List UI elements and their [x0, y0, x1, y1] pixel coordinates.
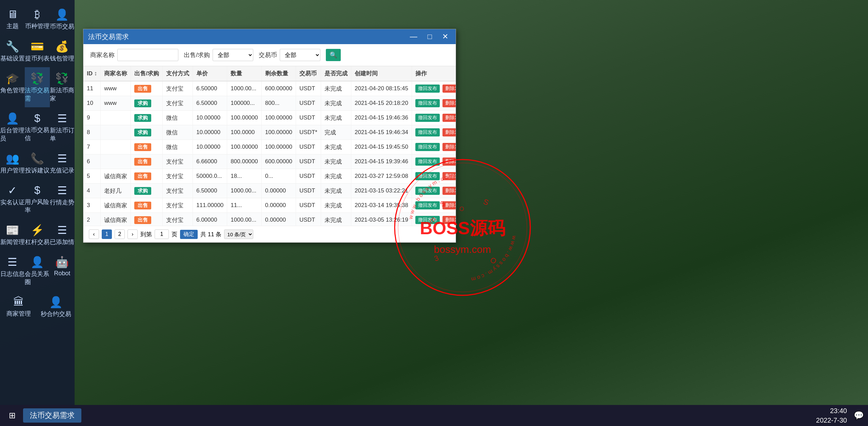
sidebar-item-xinwen[interactable]: 📰 新闻管理	[0, 219, 25, 251]
cell-merchant: 老好几	[101, 184, 131, 198]
sidebar-item-xinfabishangjia[interactable]: 💱 新法币商家	[50, 67, 75, 107]
total-count: 共 11 条	[200, 230, 221, 238]
sidebar-item-yonghu[interactable]: 👥 用户管理	[0, 147, 25, 179]
cell-remaining: 0.00000	[261, 198, 296, 213]
page-confirm-button[interactable]: 确定	[180, 230, 198, 239]
sidebar-item-qianbao[interactable]: 💰 钱包管理	[50, 35, 75, 67]
window-controls: — □ ✕	[407, 32, 451, 41]
page-size-select[interactable]: 10 条/页 20 条/页 50 条/页	[224, 229, 253, 239]
merchant-input[interactable]	[117, 49, 178, 61]
sidebar-item-robot[interactable]: 🤖 Robot	[50, 251, 75, 291]
sidebar-item-chongzhi[interactable]: ☰ 充值记录	[50, 147, 75, 179]
delete-button[interactable]: 删除发布	[442, 172, 456, 180]
sidebar-item-zhuti[interactable]: 🖥 主题	[0, 3, 25, 35]
cell-created: 2021-03-15 03:22:21	[351, 184, 412, 198]
cell-completed: 未完成	[321, 140, 351, 154]
sidebar-item-tousu[interactable]: 📞 投诉建议	[25, 147, 50, 179]
cell-actions: 撤回发布 删除发布 打勾下架 ›	[412, 81, 456, 96]
next-page-button[interactable]: ›	[127, 229, 138, 239]
sidebar-item-fabijiaoyixu[interactable]: 💱 法币交易需	[25, 67, 50, 107]
sidebar-item-shangjia[interactable]: 🏛 商家管理	[0, 291, 37, 323]
recall-button[interactable]: 撤回发布	[415, 143, 440, 151]
sidebar-item-huiyuan[interactable]: 👤 会员关系圈	[25, 251, 50, 291]
delete-button[interactable]: 删除发布	[442, 187, 456, 195]
page-unit: 页	[172, 230, 177, 238]
sidebar-item-miaoheyue[interactable]: 👤 秒合约交易	[37, 291, 75, 323]
delete-button[interactable]: 删除发布	[442, 114, 456, 122]
cell-type: 出售	[131, 81, 163, 96]
recall-button[interactable]: 撤回发布	[415, 172, 440, 180]
cell-payment: 微信	[162, 125, 193, 140]
minimize-button[interactable]: —	[407, 32, 420, 41]
cell-id: 9	[83, 111, 101, 125]
cell-actions: 撤回发布 删除发布 打勾下架 ›	[412, 198, 456, 213]
sidebar-item-yitianjia[interactable]: ☰ 已添加情	[50, 219, 75, 251]
cell-remaining: 600.00000	[261, 154, 296, 169]
search-button[interactable]: 🔍	[326, 49, 341, 61]
new-merchant-icon: 💱	[55, 72, 69, 85]
sidebar-item-rizhi[interactable]: ☰ 日志信息	[0, 251, 25, 291]
sidebar-item-bizhong[interactable]: ₿ 币种管理	[25, 3, 50, 35]
sidebar-item-hangqing[interactable]: ☰ 行情走势	[50, 179, 75, 219]
recall-button[interactable]: 撤回发布	[415, 201, 440, 209]
sidebar-label-tibilbiao: 提币列表	[25, 54, 50, 62]
cell-id: 8	[83, 125, 101, 140]
cell-id: 11	[83, 81, 101, 96]
sidebar-item-xinfabidingdan[interactable]: ☰ 新法币订单	[50, 107, 75, 147]
sidebar-item-ganggan[interactable]: ⚡ 杠杆交易	[25, 219, 50, 251]
sidebar-label-houtai: 后台管理员	[0, 126, 25, 143]
recharge-icon: ☰	[57, 152, 67, 165]
sidebar-item-tibilbiao[interactable]: 💳 提币列表	[25, 35, 50, 67]
cell-remaining: 100.00000	[261, 111, 296, 125]
member-icon: 👤	[31, 256, 44, 268]
sidebar-item-juese[interactable]: 🎓 角色管理	[0, 67, 25, 107]
pagination: ‹ 1 2 › 到第 页 确定 共 11 条 10 条/页 20 条/页 50 …	[83, 226, 456, 242]
sidebar-item-shiming[interactable]: ✓ 实名认证	[0, 179, 25, 219]
card-icon: 💳	[31, 40, 44, 53]
delete-button[interactable]: 删除发布	[442, 216, 456, 224]
cell-completed: 未完成	[321, 154, 351, 169]
delete-button[interactable]: 删除发布	[442, 201, 456, 209]
col-remaining: 剩余数量	[261, 66, 296, 81]
delete-button[interactable]: 删除发布	[442, 143, 456, 151]
close-button[interactable]: ✕	[439, 32, 451, 41]
cell-merchant	[101, 111, 131, 125]
page-goto-input[interactable]	[155, 229, 169, 239]
cell-created: 2021-03-05 13:26:19	[351, 213, 412, 226]
prev-page-button[interactable]: ‹	[89, 229, 99, 239]
recall-button[interactable]: 撤回发布	[415, 187, 440, 195]
start-button[interactable]: ⊞	[4, 407, 20, 424]
cell-completed: 完成	[321, 125, 351, 140]
currency-select[interactable]: 全部 USDT BTC	[280, 49, 320, 61]
page-2-button[interactable]: 2	[115, 229, 125, 239]
cell-qty: 1000.00...	[227, 213, 261, 226]
chat-icon[interactable]: 💬	[854, 411, 864, 420]
cell-remaining: 100.00000	[261, 140, 296, 154]
col-type: 出售/求购	[131, 66, 163, 81]
recall-button[interactable]: 撤回发布	[415, 99, 440, 107]
buysell-select[interactable]: 全部 出售 求购	[213, 49, 253, 61]
delete-button[interactable]: 删除发布	[442, 99, 456, 107]
sidebar-label-qianbao: 钱包管理	[50, 54, 74, 62]
sidebar-row-2: 🎓 角色管理 💱 法币交易需 💱 新法币商家	[0, 67, 75, 107]
page-1-button[interactable]: 1	[102, 229, 112, 239]
sidebar-item-houtai[interactable]: 👤 后台管理员	[0, 107, 25, 147]
cell-type: 求购	[131, 125, 163, 140]
delete-button[interactable]: 删除发布	[442, 128, 456, 136]
sidebar-item-bibi[interactable]: 👤 币币交易	[50, 3, 75, 35]
sidebar-item-fengxian[interactable]: $ 用户风险率	[25, 179, 50, 219]
sidebar-item-jichushezhi[interactable]: 🔧 基础设置	[0, 35, 25, 67]
recall-button[interactable]: 撤回发布	[415, 85, 440, 93]
recall-button[interactable]: 撤回发布	[415, 114, 440, 122]
delete-button[interactable]: 删除发布	[442, 158, 456, 166]
robot-icon: 🤖	[55, 256, 69, 268]
recall-button[interactable]: 撤回发布	[415, 128, 440, 136]
recall-button[interactable]: 撤回发布	[415, 158, 440, 166]
delete-button[interactable]: 删除发布	[442, 85, 456, 93]
maximize-button[interactable]: □	[425, 32, 435, 41]
col-id[interactable]: ID ↕	[83, 66, 101, 81]
cell-actions: 撤回发布 删除发布 打勾下架 ›	[412, 96, 456, 111]
sidebar-item-fabijiaoyixin[interactable]: $ 法币交易信	[25, 107, 50, 147]
recall-button[interactable]: 撤回发布	[415, 216, 440, 224]
taskbar-app-item[interactable]: 法币交易需求	[23, 408, 81, 423]
